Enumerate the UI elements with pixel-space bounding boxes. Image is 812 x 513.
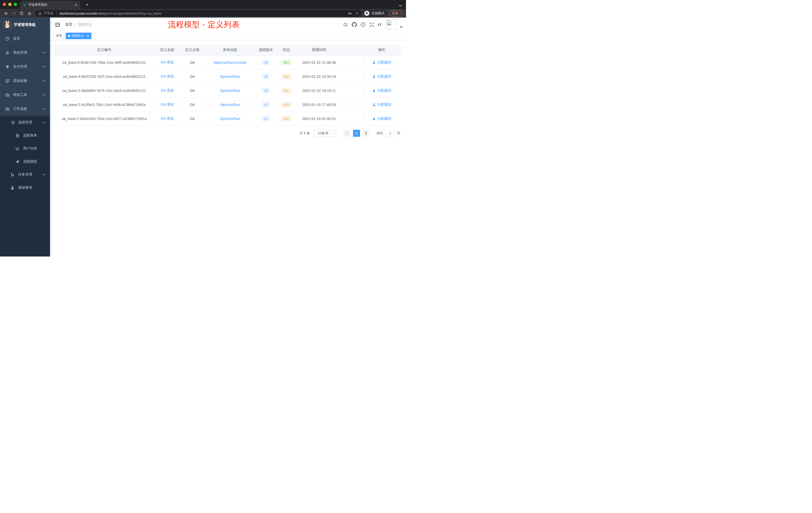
form-link[interactable]: /bpm/oa/flow [220, 117, 240, 121]
sidebar-menu-submenu: 流程管理流程表单用户分组流程模型任务管理请假查询 [0, 116, 50, 256]
browser-toolbar: 不安全 dashboard.yudao.iocoder.cn/bpm/manag… [0, 9, 406, 18]
reload-button[interactable] [18, 10, 26, 17]
sidebar-item-payment[interactable]: ¥支付管理 [0, 60, 50, 74]
sidebar-item-leave-query[interactable]: 请假查询 [0, 181, 50, 194]
home-button[interactable] [26, 10, 33, 17]
definition-name-link[interactable]: OA 请假 [161, 117, 174, 120]
fullscreen-icon[interactable] [369, 22, 374, 27]
table-row: oa_leave:2:3c1f0ef1-76b1-11ec-9c66-a2380… [55, 98, 401, 112]
chevron-down-icon [42, 94, 47, 96]
table-row: oa_leave:4:991f2193-7b7f-11ec-a3c8-acde4… [55, 69, 401, 84]
definition-id: oa_leave:4:991f2193-7b7f-11ec-a3c8-acde4… [63, 74, 145, 79]
pagination: 共 5 条 10条/页 1 前往 [55, 130, 401, 137]
toolbox-icon [5, 93, 9, 97]
sidebar-item-home[interactable]: 首页 [0, 32, 50, 46]
status-badge: 激活 [281, 60, 291, 65]
avatar[interactable] [386, 20, 396, 30]
briefcase-icon [5, 107, 9, 111]
font-size-icon[interactable]: tT [378, 23, 381, 27]
tag-close-icon[interactable]: ✕ [87, 34, 89, 37]
github-icon[interactable] [352, 22, 357, 27]
form-link[interactable]: /bpm/oa/flow [220, 74, 240, 79]
assign-user-icon [372, 117, 376, 120]
chevron-down-icon [42, 80, 47, 82]
back-button[interactable] [2, 10, 10, 17]
breadcrumb-current: 流程定义 [78, 22, 92, 27]
sidebar-item-user-group[interactable]: 用户分组 [0, 142, 50, 155]
forward-button[interactable] [10, 10, 18, 17]
definition-name-link[interactable]: OA 请假 [161, 74, 174, 78]
definition-name-link[interactable]: OA 请假 [161, 88, 174, 92]
paper-plane-icon [15, 160, 20, 164]
sidebar-item-label: 用户分组 [23, 146, 50, 151]
tab-search-chevron-icon[interactable] [399, 5, 402, 7]
browser-tabstrip: 芋道管理系统 ✕ + [0, 0, 406, 9]
row-filler [341, 98, 363, 112]
form-link[interactable]: /bpm/oa/flow [220, 89, 240, 93]
robot-icon [15, 147, 20, 151]
browser-tab[interactable]: 芋道管理系统 ✕ [20, 1, 80, 9]
address-bar[interactable]: 不安全 dashboard.yudao.iocoder.cn/bpm/manag… [35, 10, 362, 17]
help-icon[interactable]: ? [360, 22, 366, 27]
tab-title: 芋道管理系统 [28, 3, 74, 7]
window-minimize-button[interactable] [8, 3, 11, 6]
table-header-id: 定义编号 [55, 45, 154, 56]
version-badge: v5 [262, 60, 270, 65]
tag-home[interactable]: 首页 [54, 33, 64, 39]
sidebar-item-label: 系统管理 [13, 51, 42, 55]
window-close-button[interactable] [3, 3, 6, 6]
tab-close-icon[interactable]: ✕ [74, 3, 78, 7]
page-size-select[interactable]: 10条/页 [314, 130, 338, 137]
definition-name-link[interactable]: OA 请假 [161, 102, 174, 107]
page-number-1[interactable]: 1 [353, 130, 360, 137]
assign-rule-link[interactable]: 分配规则 [372, 74, 391, 79]
tag-process-definition[interactable]: 流程定义 ✕ [66, 33, 91, 39]
sidebar-item-workflow[interactable]: 工作流程 [0, 102, 50, 116]
sidebar-collapse-icon[interactable] [54, 22, 61, 28]
avatar-caret-down-icon[interactable] [400, 26, 403, 28]
monitor-icon [5, 79, 9, 83]
definition-name-link[interactable]: OA 请假 [161, 60, 174, 64]
status-badge: 挂起 [281, 74, 291, 79]
assign-rule-link[interactable]: 分配规则 [372, 102, 391, 107]
not-secure-warning-icon[interactable] [38, 11, 42, 15]
assign-user-icon [372, 103, 376, 107]
sidebar-item-process-form[interactable]: 流程表单 [0, 129, 50, 142]
sidebar-item-process-mgmt[interactable]: 流程管理 [0, 116, 50, 129]
sidebar-item-label: 流程表单 [23, 133, 50, 138]
definition-id: oa_leave:3:1fad3d93-7b75-11ec-a3c8-acde4… [62, 89, 146, 93]
definition-id: oa_leave:2:3c1f0ef1-76b1-11ec-9c66-a2380… [63, 103, 145, 107]
prev-page-button[interactable] [344, 130, 350, 137]
definition-category: OA [190, 117, 195, 121]
form-link[interactable]: /bpm/oa/flow [220, 103, 240, 107]
assign-rule-link[interactable]: 分配规则 [372, 60, 391, 65]
bookmark-star-icon[interactable]: ☆ [355, 11, 359, 15]
sidebar-item-infrastructure[interactable]: 基础设施 [0, 74, 50, 88]
assign-rule-link[interactable]: 分配规则 [372, 117, 391, 121]
breadcrumb-home[interactable]: 首页 [65, 22, 72, 27]
key-icon[interactable] [348, 11, 352, 16]
page-unit-label: 页 [397, 131, 401, 135]
sidebar-item-task-mgmt[interactable]: 任务管理 [0, 168, 50, 181]
sidebar-item-process-model[interactable]: 流程模型 [0, 155, 50, 168]
flow-tree-icon [10, 173, 14, 177]
search-icon[interactable] [343, 22, 348, 27]
form-link[interactable]: /bpm/oa/leave/create [214, 60, 246, 64]
breadcrumb-separator: / [75, 23, 76, 27]
sidebar-item-dev-tools[interactable]: 研发工具 [0, 88, 50, 102]
browser-menu-dots-icon[interactable] [400, 11, 401, 15]
chevron-up-icon [42, 108, 47, 110]
goto-page-input[interactable] [385, 130, 395, 137]
sidebar-item-system[interactable]: 系统管理 [0, 46, 50, 60]
table-header-version: 流程版本 [256, 45, 276, 56]
next-page-button[interactable] [362, 130, 370, 137]
assign-rule-link[interactable]: 分配规则 [372, 88, 391, 93]
window-zoom-button[interactable] [14, 3, 17, 6]
table-header-name: 定义名称 [154, 45, 181, 56]
update-button[interactable]: 更新 [389, 10, 404, 17]
chevron-down-icon [42, 52, 47, 54]
new-tab-button[interactable]: + [84, 1, 90, 8]
gear-icon [5, 51, 9, 55]
sidebar-menu: 首页系统管理¥支付管理基础设施研发工具工作流程 流程管理流程表单用户分组流程模型… [0, 32, 50, 256]
table-header-form: 表单信息 [204, 45, 256, 56]
